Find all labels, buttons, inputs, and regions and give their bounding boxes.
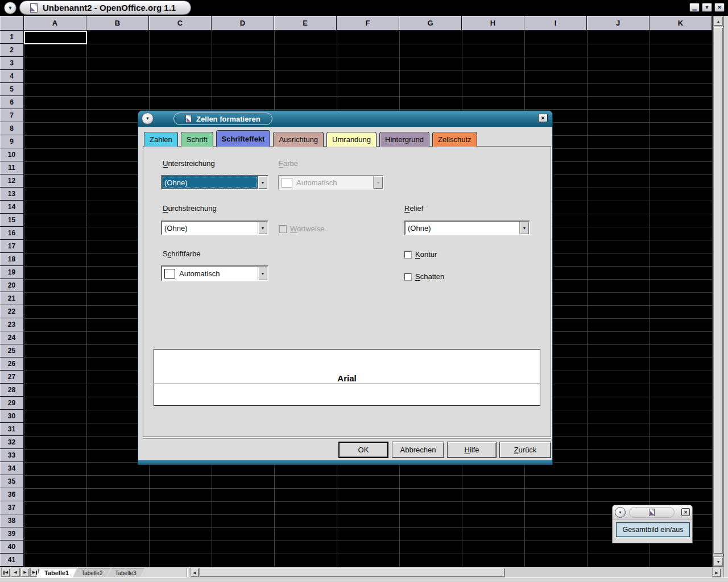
column-header-j[interactable]: J (587, 16, 650, 31)
row-header-38[interactable]: 38 (0, 514, 24, 527)
shade-button[interactable]: ▼ (702, 3, 712, 12)
schatten-checkbox[interactable] (404, 273, 411, 280)
row-header-27[interactable]: 27 (0, 371, 24, 384)
row-header-20[interactable]: 20 (0, 279, 24, 292)
gesamtbild-toggle-button[interactable]: Gesamtbild ein/aus (616, 522, 690, 537)
row-header-10[interactable]: 10 (0, 148, 24, 161)
row-header-7[interactable]: 7 (0, 109, 24, 122)
sheet-tab-tabelle2[interactable]: Tabelle2 (73, 568, 110, 577)
tab-zellschutz[interactable]: Zellschutz (432, 132, 477, 147)
sheet-tab-tabelle3[interactable]: Tabelle3 (107, 568, 144, 577)
row-header-34[interactable]: 34 (0, 462, 24, 475)
row-header-3[interactable]: 3 (0, 57, 24, 70)
row-header-32[interactable]: 32 (0, 436, 24, 449)
row-header-13[interactable]: 13 (0, 188, 24, 201)
row-header-15[interactable]: 15 (0, 214, 24, 227)
kontur-checkbox-row[interactable]: Kontur (404, 250, 437, 259)
hilfe-button[interactable]: Hilfe (447, 442, 497, 458)
dialog-titlebar[interactable]: ▼ Zellen formatieren ✕ (138, 111, 552, 127)
relief-combobox[interactable]: (Ohne) ▼ (404, 221, 530, 235)
previous-sheet-button[interactable]: ◀ (11, 568, 20, 577)
row-header-9[interactable]: 9 (0, 135, 24, 148)
row-header-29[interactable]: 29 (0, 397, 24, 410)
row-header-30[interactable]: 30 (0, 410, 24, 423)
column-header-f[interactable]: F (337, 16, 399, 31)
scroll-left-button[interactable]: ◀ (190, 568, 199, 577)
scroll-right-button[interactable]: ▶ (712, 568, 721, 577)
row-header-16[interactable]: 16 (0, 227, 24, 240)
float-close-button[interactable]: ✕ (681, 508, 690, 516)
tab-schrift[interactable]: Schrift (181, 132, 213, 147)
column-header-k[interactable]: K (650, 16, 712, 31)
scroll-down-button[interactable]: ▼ (713, 556, 723, 567)
row-header-41[interactable]: 41 (0, 554, 24, 567)
tab-schrifteffekt[interactable]: Schrifteffekt (216, 130, 271, 147)
row-header-14[interactable]: 14 (0, 201, 24, 214)
row-header-8[interactable]: 8 (0, 122, 24, 135)
float-titlebar[interactable]: ▼ ✕ (613, 505, 692, 519)
durchstreichung-combobox[interactable]: (Ohne) ▼ (161, 221, 268, 235)
schriftfarbe-combobox[interactable]: Automatisch ▼ (161, 265, 268, 281)
column-header-g[interactable]: G (399, 16, 462, 31)
row-header-40[interactable]: 40 (0, 541, 24, 554)
row-header-25[interactable]: 25 (0, 344, 24, 357)
horizontal-scrollbar[interactable]: ◀ ▶ (190, 568, 723, 577)
row-header-36[interactable]: 36 (0, 488, 24, 501)
column-header-i[interactable]: I (524, 16, 587, 31)
abbrechen-button[interactable]: Abbrechen (392, 442, 444, 458)
row-header-17[interactable]: 17 (0, 240, 24, 253)
dialog-menu-button[interactable]: ▼ (142, 113, 154, 124)
vertical-scroll-thumb[interactable] (713, 27, 723, 554)
dropdown-arrow-icon[interactable]: ▼ (258, 176, 267, 189)
row-header-31[interactable]: 31 (0, 423, 24, 436)
column-header-a[interactable]: A (24, 16, 86, 31)
window-menu-button[interactable]: ▼ (4, 2, 16, 14)
row-header-6[interactable]: 6 (0, 96, 24, 109)
column-header-c[interactable]: C (149, 16, 212, 31)
scroll-up-button[interactable]: ▲ (713, 16, 723, 26)
dialog-close-button[interactable]: ✕ (538, 114, 548, 122)
sheet-tab-tabelle1[interactable]: Tabelle1 (36, 568, 77, 577)
row-header-12[interactable]: 12 (0, 174, 24, 188)
schatten-checkbox-row[interactable]: Schatten (404, 272, 444, 281)
row-header-1[interactable]: 1 (0, 31, 24, 44)
tabbar-splitter-handle[interactable] (187, 568, 189, 577)
kontur-checkbox[interactable] (404, 251, 411, 258)
vertical-scrollbar[interactable]: ▲ ▼ (713, 16, 723, 567)
zurueck-button[interactable]: Zurück (499, 442, 551, 458)
tab-hintergrund[interactable]: Hintergrund (379, 132, 429, 147)
next-sheet-button[interactable]: ▶ (20, 568, 30, 577)
column-header-d[interactable]: D (212, 16, 274, 31)
unterstreichung-combobox[interactable]: (Ohne) ▼ (161, 175, 268, 190)
select-all-corner[interactable] (0, 16, 24, 31)
dropdown-arrow-icon[interactable]: ▼ (519, 222, 529, 234)
row-header-5[interactable]: 5 (0, 83, 24, 96)
row-header-23[interactable]: 23 (0, 318, 24, 331)
selected-cell-a1[interactable] (24, 31, 87, 44)
row-header-22[interactable]: 22 (0, 305, 24, 318)
dropdown-arrow-icon[interactable]: ▼ (258, 222, 267, 234)
row-header-26[interactable]: 26 (0, 357, 24, 371)
close-window-button[interactable]: ✕ (714, 3, 725, 12)
minimize-button[interactable]: ▁ (689, 3, 700, 12)
window-title-pill[interactable]: Unbenannt2 - OpenOffice.org 1.1 (19, 1, 191, 15)
row-header-35[interactable]: 35 (0, 475, 24, 488)
row-header-28[interactable]: 28 (0, 384, 24, 397)
row-header-33[interactable]: 33 (0, 449, 24, 462)
row-header-11[interactable]: 11 (0, 161, 24, 174)
tab-zahlen[interactable]: Zahlen (144, 132, 178, 147)
row-header-18[interactable]: 18 (0, 253, 24, 266)
row-header-39[interactable]: 39 (0, 527, 24, 541)
row-header-37[interactable]: 37 (0, 501, 24, 514)
column-header-b[interactable]: B (86, 16, 149, 31)
row-header-24[interactable]: 24 (0, 331, 24, 344)
horizontal-scroll-thumb[interactable] (199, 568, 505, 577)
row-header-4[interactable]: 4 (0, 70, 24, 83)
tab-umrandung[interactable]: Umrandung (326, 132, 377, 147)
ok-button[interactable]: OK (338, 442, 388, 458)
dropdown-arrow-icon[interactable]: ▼ (258, 267, 267, 280)
first-sheet-button[interactable]: ◀ (1, 568, 10, 577)
float-menu-button[interactable]: ▼ (615, 507, 626, 518)
row-header-2[interactable]: 2 (0, 44, 24, 57)
column-header-h[interactable]: H (462, 16, 524, 31)
